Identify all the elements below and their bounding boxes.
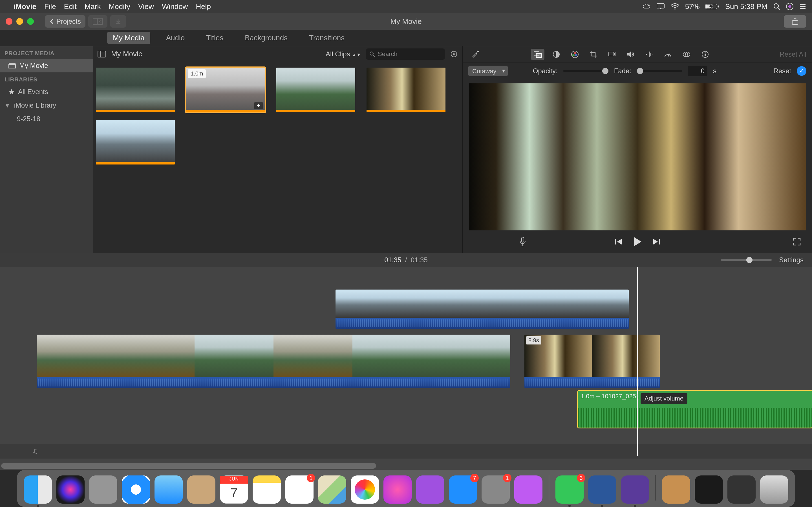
minimize-window-button[interactable] [16,18,23,25]
dock-app-itunes[interactable] [384,475,412,504]
dock-stack-downloads[interactable] [662,475,690,504]
battery-icon[interactable] [705,3,719,10]
prev-frame-button[interactable] [614,238,623,245]
sidebar-item-event[interactable]: 9-25-18 [0,112,93,126]
timeline-settings-button[interactable]: Settings [779,256,804,264]
tab-audio[interactable]: Audio [160,32,191,44]
dock-app-siri[interactable] [56,475,85,504]
edit-menu[interactable]: Edit [64,2,77,11]
next-frame-button[interactable] [652,238,661,245]
timeline-zoom-slider[interactable] [721,259,772,261]
projects-back-button[interactable]: Projects [45,15,86,27]
app-menu[interactable]: iMovie [13,2,36,11]
mark-menu[interactable]: Mark [85,2,101,11]
timeline-clip-main-2[interactable]: 8.9s [524,335,660,388]
spotlight-icon[interactable] [773,3,780,10]
color-correction-icon[interactable] [568,49,581,60]
dock-app-calendar[interactable]: JUN7 [220,475,248,504]
add-clip-icon[interactable]: + [254,102,263,109]
stabilization-icon[interactable] [605,49,619,60]
media-clip[interactable] [96,68,175,112]
import-button[interactable] [110,15,126,27]
dock-app-reminders[interactable]: 1 [285,475,313,504]
tab-titles[interactable]: Titles [200,32,229,44]
background-music-well[interactable]: ♫ [0,444,812,459]
share-button[interactable] [784,15,806,27]
info-icon[interactable] [698,49,712,60]
dock-app-contacts[interactable] [187,475,215,504]
timeline-clip-main-1[interactable] [37,335,510,388]
apply-button[interactable]: ✓ [797,66,806,76]
horizontal-scrollbar[interactable] [1,463,376,469]
dock-app-notes[interactable] [253,475,281,504]
reset-all-button[interactable]: Reset All [779,50,806,58]
airplay-icon[interactable] [656,3,665,10]
notification-center-icon[interactable] [799,3,806,10]
fade-value[interactable]: 0 [688,66,707,76]
cloud-icon[interactable] [642,3,651,10]
window-menu[interactable]: Window [162,2,188,11]
enhance-icon[interactable] [468,49,482,60]
tab-my-media[interactable]: My Media [107,32,150,44]
playhead[interactable] [637,267,638,456]
sidebar-item-project[interactable]: My Movie [0,59,93,72]
dock-app-mail[interactable] [154,475,183,504]
dock-app-word[interactable] [588,475,616,504]
video-overlay-icon[interactable] [531,49,545,60]
dock-app-feedback[interactable] [514,475,543,504]
hide-browser-button[interactable] [88,15,107,27]
dock-app-system-preferences[interactable]: 1 [481,475,510,504]
media-clip[interactable]: 1.0m + [186,68,265,112]
search-input[interactable]: Search [366,48,445,60]
dock-app-messages[interactable]: 3 [555,475,583,504]
media-clip[interactable] [96,120,175,165]
timeline[interactable]: 8.9s 1.0m – 101027_0251 Adjust volume ♫ [0,267,812,470]
opacity-slider[interactable] [563,70,608,72]
clip-filter-dropdown[interactable]: All Clips ▲▼ [326,50,361,58]
view-menu[interactable]: View [138,2,154,11]
crop-icon[interactable] [587,49,600,60]
dock-stack-recent-2[interactable] [727,475,756,504]
dock-app-maps[interactable] [318,475,346,504]
dock-trash[interactable] [760,475,788,504]
close-window-button[interactable] [6,18,12,25]
sidebar-item-library[interactable]: ▼ iMovie Library [0,99,93,112]
speed-icon[interactable] [661,49,675,60]
noise-reduction-icon[interactable] [643,49,656,60]
fade-slider[interactable] [637,70,682,72]
tab-backgrounds[interactable]: Backgrounds [239,32,293,44]
overlay-mode-select[interactable]: Cutaway [468,66,508,76]
voiceover-icon[interactable] [519,237,526,247]
media-clip[interactable] [366,68,446,112]
clip-appearance-icon[interactable] [450,50,458,58]
fullscreen-icon[interactable] [793,238,801,245]
tab-transitions[interactable]: Transitions [303,32,350,44]
media-clip[interactable] [276,68,355,112]
fullscreen-window-button[interactable] [27,18,34,25]
volume-icon[interactable] [624,49,638,60]
clip-filter-icon[interactable] [680,49,693,60]
play-button[interactable] [633,237,642,247]
wifi-icon[interactable] [670,3,679,10]
timeline-clip-overlay[interactable] [336,290,629,329]
dock-app-imovie[interactable] [621,475,649,504]
clock[interactable]: Sun 5:38 PM [725,2,767,11]
siri-icon[interactable] [786,3,794,10]
file-menu[interactable]: File [44,2,56,11]
dock-app-appstore[interactable]: 7 [449,475,477,504]
preview-viewer[interactable] [469,83,806,230]
sidebar-item-all-events[interactable]: All Events [0,85,93,99]
dock-app-finder[interactable] [24,475,52,504]
dock-app-photos[interactable] [351,475,379,504]
color-balance-icon[interactable] [550,49,563,60]
disclosure-triangle-icon[interactable]: ▼ [4,101,11,109]
reset-button[interactable]: Reset [773,67,791,75]
timeline-audio-clip[interactable]: 1.0m – 101027_0251 [578,391,812,428]
modify-menu[interactable]: Modify [109,2,130,11]
dock-stack-recent-1[interactable] [695,475,723,504]
help-menu[interactable]: Help [196,2,211,11]
dock-app-safari[interactable] [122,475,150,504]
toggle-sidebar-icon[interactable] [98,51,106,57]
dock-app-podcasts[interactable] [416,475,444,504]
dock-app-launchpad[interactable] [89,475,117,504]
